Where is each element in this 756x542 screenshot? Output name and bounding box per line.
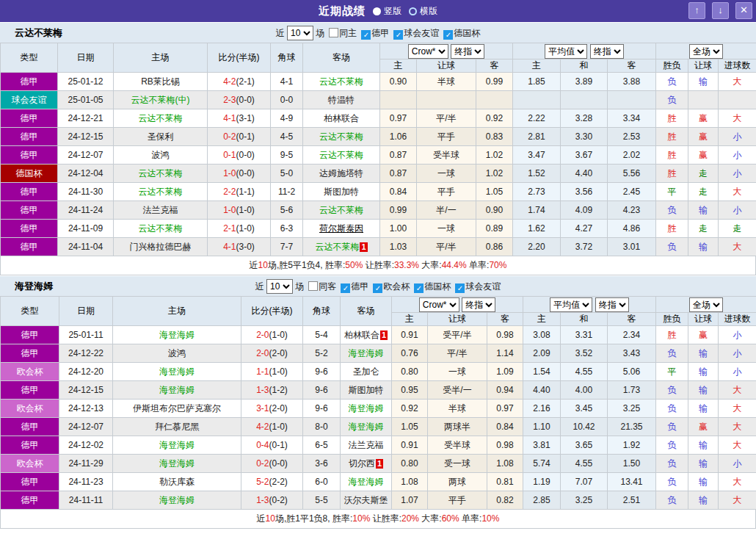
away-team-name: 法兰克福 — [349, 440, 384, 450]
halftime-score: (0-2) — [269, 495, 288, 505]
cell-score: 2-1(1-0) — [208, 220, 271, 238]
select-bookmaker-odds-group-1[interactable]: 终指 — [451, 44, 484, 59]
cell-home-team: 云达不莱梅 — [114, 220, 208, 238]
cell-date: 24-11-04 — [58, 238, 114, 256]
cell-away-team: 云达不莱梅 — [303, 201, 380, 220]
cell-odds-home: 1.03 — [380, 238, 417, 256]
league-checkbox-3[interactable]: ✓ — [455, 283, 465, 293]
cell-avg-draw: 3.30 — [561, 128, 608, 146]
cell-result-winloss: 负 — [656, 201, 688, 220]
cell-avg-away: 3.01 — [608, 238, 656, 256]
league-checkbox-0[interactable]: ✓ — [341, 283, 350, 293]
summary-stat-value: 50% — [345, 260, 363, 270]
sub-header-6: 胜负 — [656, 59, 688, 73]
halftime-score: (0-1) — [236, 131, 255, 142]
league-checkbox-1[interactable]: ✓ — [373, 283, 382, 293]
select-average-odds-group-2[interactable]: 平均值 — [550, 297, 592, 312]
cell-avg-draw — [561, 91, 608, 109]
cell-result-goals: 小 — [719, 201, 756, 220]
cell-odds-away: 1.02 — [476, 146, 513, 165]
select-bookmaker-odds-group-1[interactable]: 终指 — [462, 297, 495, 312]
select-average-odds-group-3[interactable]: 终指 — [590, 44, 624, 59]
cell-odds-home: 1.08 — [392, 473, 428, 491]
table-row: 德甲25-01-11海登海姆2-0(1-0)5-4柏林联合10.91受平/半0.… — [1, 326, 756, 344]
league-checkbox-1[interactable]: ✓ — [393, 30, 403, 40]
cell-avg-home: 2.85 — [523, 491, 561, 510]
sub-header-8: 进球数 — [719, 313, 756, 326]
cell-avg-home: 3.08 — [523, 326, 561, 344]
cell-avg-draw: 3.31 — [561, 326, 608, 344]
cell-odds-home: 0.80 — [392, 455, 428, 473]
cell-result-handicap: 赢 — [688, 109, 719, 128]
away-team-name: 海登海姆 — [349, 422, 384, 432]
cell-avg-draw: 3.72 — [561, 238, 608, 256]
fulltime-score: 0-2 — [223, 131, 236, 142]
cell-score: 0-2(0-0) — [241, 455, 303, 473]
select-bookmaker-odds-group-0[interactable]: Crow* — [408, 44, 448, 59]
away-team-name: 云达不莱梅 — [315, 242, 359, 252]
radio-vertical-layout[interactable]: 竖版 — [373, 5, 401, 18]
cell-away-team: 海登海姆 — [341, 400, 392, 418]
league-checkbox-2[interactable]: ✓ — [443, 30, 453, 40]
cell-date: 24-12-13 — [59, 400, 113, 418]
cell-date: 24-11-23 — [59, 473, 113, 491]
match-count-select[interactable]: 10 — [287, 26, 313, 40]
games-label: 场 — [313, 28, 324, 38]
cell-odds-away: 0.82 — [487, 491, 523, 510]
fulltime-score: 2-2 — [223, 187, 236, 197]
same-venue-checkbox[interactable] — [308, 281, 318, 291]
cell-home-team: 门兴格拉德巴赫 — [114, 238, 208, 256]
away-team-link[interactable]: 荷尔斯泰因 — [319, 223, 363, 234]
cell-avg-draw: 3.25 — [561, 491, 608, 510]
cell-avg-home: 2.81 — [513, 128, 561, 146]
cell-away-team: 沃尔夫斯堡 — [341, 491, 392, 510]
sub-header-7: 让球 — [688, 313, 719, 326]
summary-text: 近10场,胜1平1负8, 胜率:10% 让胜率:20% 大率:60% 单率:10… — [257, 513, 500, 525]
cell-result-winloss: 胜 — [656, 220, 688, 238]
cell-away-team: 海登海姆 — [341, 344, 392, 363]
select-fulltime-group-4[interactable]: 全场 — [689, 297, 723, 312]
cell-result-goals: 小 — [719, 344, 756, 363]
cell-score: 0-4(0-1) — [241, 436, 303, 455]
section-heidenheim: 海登海姆 近 10 场同客✓德甲✓欧会杯✓德国杯✓球会友谊 类型日期主场比分(半… — [0, 275, 756, 529]
radio-horizontal-layout[interactable]: 横版 — [409, 5, 437, 18]
select-fulltime-group-4[interactable]: 全场 — [689, 44, 723, 59]
cell-score: 1-3(1-2) — [241, 381, 303, 400]
move-down-button[interactable]: ↓ — [712, 2, 729, 19]
league-checkbox-2[interactable]: ✓ — [414, 283, 424, 293]
summary-stat-label: 近 — [257, 513, 266, 524]
halftime-score: (1-1) — [236, 187, 255, 197]
cell-avg-away: 3.34 — [608, 109, 656, 128]
cell-odds-handicap: 半球 — [428, 400, 487, 418]
select-average-odds-group-3[interactable]: 终指 — [595, 297, 629, 312]
results-table: 类型日期主场比分(半场)角球客场Crow* 终指 平均值 终指 全场 主让球客主… — [0, 296, 756, 510]
close-button[interactable]: ✕ — [735, 2, 752, 19]
select-average-odds-group-2[interactable]: 平均值 — [545, 44, 587, 59]
cell-odds-handicap: 平/半 — [417, 109, 476, 128]
cell-avg-away: 2.45 — [608, 183, 656, 201]
cell-date: 24-11-09 — [58, 220, 114, 238]
cell-away-team: 法兰克福 — [341, 436, 392, 455]
match-count-select[interactable]: 10 — [266, 279, 293, 294]
col-header-5: 客场 — [303, 43, 380, 73]
team-name: 海登海姆 — [15, 280, 53, 293]
move-up-button[interactable]: ↑ — [688, 2, 705, 19]
col-header-1: 日期 — [58, 43, 114, 73]
fulltime-score: 1-3 — [256, 385, 269, 395]
cell-result-goals: 小 — [719, 146, 756, 165]
league-checkbox-0[interactable]: ✓ — [361, 30, 371, 40]
sub-header-4: 和 — [561, 313, 608, 326]
cell-league-badge: 德甲 — [1, 73, 58, 91]
cell-avg-home: 1.54 — [523, 363, 561, 381]
filter-controls: 近 10 场同主✓德甲✓球会友谊✓德国杯 — [276, 26, 481, 40]
cell-corner: 6-3 — [271, 220, 303, 238]
same-venue-checkbox[interactable] — [329, 28, 338, 37]
cell-result-winloss: 负 — [656, 344, 688, 363]
away-team-name: 海登海姆 — [349, 477, 384, 487]
cell-league-badge: 德甲 — [1, 201, 58, 220]
cell-home-team: 海登海姆 — [113, 326, 241, 344]
fulltime-score: 1-1 — [256, 366, 269, 377]
halftime-score: (1-2) — [269, 385, 288, 395]
cell-odds-handicap: 受半球 — [428, 436, 487, 455]
select-bookmaker-odds-group-0[interactable]: Crow* — [419, 297, 459, 312]
